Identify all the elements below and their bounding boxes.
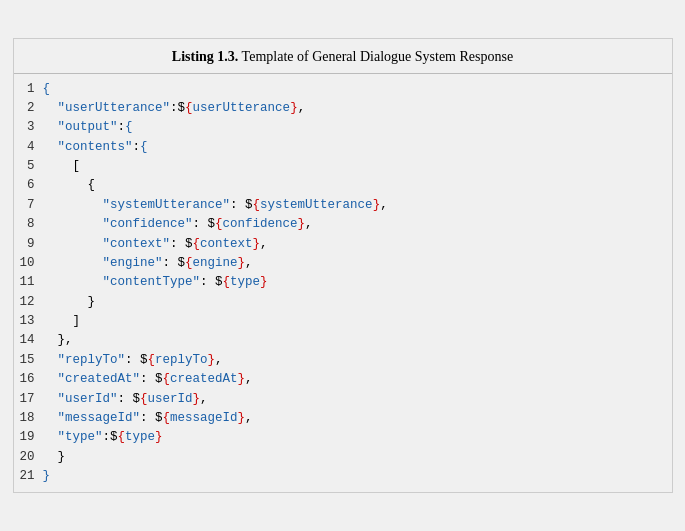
code-segment [43, 411, 58, 425]
line-number: 13 [20, 312, 35, 331]
code-segment: :$ [170, 101, 185, 115]
code-segment: { [118, 430, 126, 444]
code-segment: { [148, 353, 156, 367]
code-segment: : [133, 140, 141, 154]
line-number: 7 [20, 196, 35, 215]
code-segment: ] [43, 314, 81, 328]
code-segment: , [215, 353, 223, 367]
line-number: 18 [20, 409, 35, 428]
code-segment: } [155, 430, 163, 444]
listing-subtitle: Template of General Dialogue System Resp… [242, 49, 514, 64]
code-segment [43, 140, 58, 154]
code-segment: , [200, 392, 208, 406]
code-segment: { [253, 198, 261, 212]
code-segment: , [260, 237, 268, 251]
line-number: 14 [20, 331, 35, 350]
code-segment: } [238, 411, 246, 425]
code-line: "output":{ [43, 118, 672, 137]
line-number: 17 [20, 390, 35, 409]
code-segment [43, 256, 103, 270]
line-number: 3 [20, 118, 35, 137]
line-number: 12 [20, 293, 35, 312]
code-segment: } [290, 101, 298, 115]
code-segment: "messageId" [58, 411, 141, 425]
listing-container: Listing 1.3. Template of General Dialogu… [13, 38, 673, 494]
code-segment: : $ [170, 237, 193, 251]
code-segment: { [193, 237, 201, 251]
code-segment [43, 217, 103, 231]
code-segment: "contentType" [103, 275, 201, 289]
listing-number: Listing 1.3. [172, 49, 239, 64]
code-segment: { [185, 101, 193, 115]
line-number: 19 [20, 428, 35, 447]
code-line: "contentType": ${type} [43, 273, 672, 292]
code-line: "systemUtterance": ${systemUtterance}, [43, 196, 672, 215]
code-line: "confidence": ${confidence}, [43, 215, 672, 234]
line-number: 21 [20, 467, 35, 486]
code-segment: "output" [58, 120, 118, 134]
code-segment: { [163, 372, 171, 386]
code-line: "createdAt": ${createdAt}, [43, 370, 672, 389]
code-segment: : [118, 120, 126, 134]
code-segment [43, 101, 58, 115]
code-line: [ [43, 157, 672, 176]
code-segment: [ [43, 159, 81, 173]
code-segment: : $ [140, 372, 163, 386]
code-segment: { [140, 140, 148, 154]
code-segment [43, 372, 58, 386]
code-segment: "confidence" [103, 217, 193, 231]
code-line: } [43, 467, 672, 486]
code-line: { [43, 80, 672, 99]
code-segment: "context" [103, 237, 171, 251]
code-segment [43, 353, 58, 367]
line-number: 8 [20, 215, 35, 234]
code-segment: systemUtterance [260, 198, 373, 212]
code-line: } [43, 448, 672, 467]
code-segment: , [305, 217, 313, 231]
code-segment [43, 120, 58, 134]
code-segment: "contents" [58, 140, 133, 154]
code-segment [43, 392, 58, 406]
code-segment: "engine" [103, 256, 163, 270]
code-segment: :$ [103, 430, 118, 444]
code-segment: } [260, 275, 268, 289]
code-segment: } [298, 217, 306, 231]
code-segment: engine [193, 256, 238, 270]
code-segment: } [253, 237, 261, 251]
code-segment: : $ [118, 392, 141, 406]
code-segment: , [245, 372, 253, 386]
code-line: "replyTo": ${replyTo}, [43, 351, 672, 370]
code-line: "contents":{ [43, 138, 672, 157]
code-line: ] [43, 312, 672, 331]
code-segment: { [223, 275, 231, 289]
code-segment: { [125, 120, 133, 134]
code-segment: userId [148, 392, 193, 406]
code-line: "userUtterance":${userUtterance}, [43, 99, 672, 118]
code-segment [43, 198, 103, 212]
line-number: 20 [20, 448, 35, 467]
line-number: 2 [20, 99, 35, 118]
code-segment: { [140, 392, 148, 406]
code-segment [43, 237, 103, 251]
code-segment: { [215, 217, 223, 231]
code-segment: , [245, 411, 253, 425]
line-number: 16 [20, 370, 35, 389]
line-number: 1 [20, 80, 35, 99]
line-number: 9 [20, 235, 35, 254]
code-segment: createdAt [170, 372, 238, 386]
code-segment: type [125, 430, 155, 444]
code-lines: { "userUtterance":${userUtterance}, "out… [43, 80, 672, 487]
code-line: "type":${type} [43, 428, 672, 447]
line-number: 4 [20, 138, 35, 157]
code-area: 123456789101112131415161718192021 { "use… [14, 74, 672, 493]
line-number: 11 [20, 273, 35, 292]
code-segment [43, 430, 58, 444]
code-segment: , [245, 256, 253, 270]
code-segment: "userId" [58, 392, 118, 406]
code-segment [43, 275, 103, 289]
code-segment: : $ [193, 217, 216, 231]
code-segment: "systemUtterance" [103, 198, 231, 212]
code-segment: : $ [140, 411, 163, 425]
code-segment: } [238, 256, 246, 270]
code-segment: { [185, 256, 193, 270]
